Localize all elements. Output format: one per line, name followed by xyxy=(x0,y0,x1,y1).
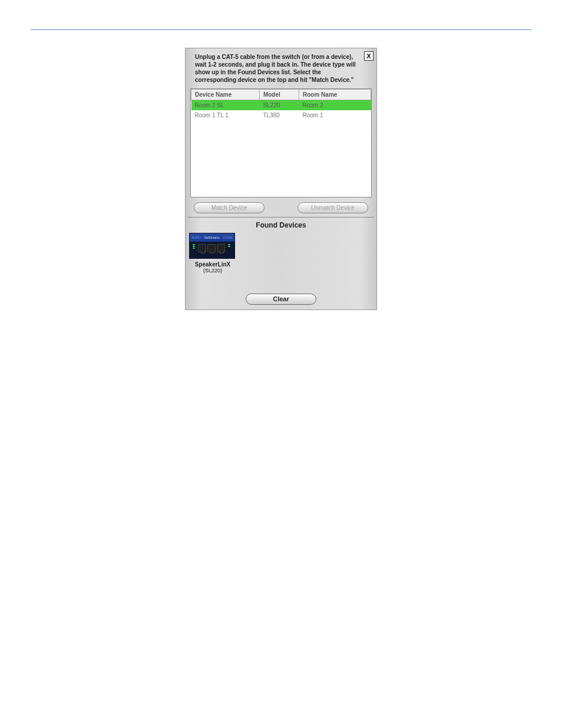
cell-model: SL220 xyxy=(259,100,299,111)
found-devices-title: Found Devices xyxy=(186,218,376,232)
ethernet-port-icon xyxy=(207,244,216,252)
col-room-name[interactable]: Room Name xyxy=(299,90,371,100)
table-row[interactable]: Room 1 TL 1 TL380 Room 1 xyxy=(191,110,371,120)
found-device-tile[interactable]: AUDIO NetStreams LOCAL xyxy=(189,233,236,274)
status-led-icon xyxy=(193,246,195,247)
ethernet-port-icon xyxy=(217,244,225,252)
clear-button-row: Clear xyxy=(186,291,376,309)
col-device-name[interactable]: Device Name xyxy=(191,90,260,100)
cell-model: TL380 xyxy=(259,110,299,120)
table-empty-space xyxy=(191,120,371,197)
found-device-model: (SL220) xyxy=(189,268,236,274)
clear-button[interactable]: Clear xyxy=(246,294,316,305)
brand-label: NetStreams xyxy=(204,236,220,239)
ethernet-port-icon xyxy=(198,244,206,252)
found-device-name: SpeakerLinX xyxy=(189,261,236,268)
cell-room-name: Room 2 xyxy=(299,100,371,111)
table-row[interactable]: Room 2 SL SL220 Room 2 xyxy=(191,100,371,111)
close-button[interactable]: X xyxy=(364,51,373,61)
table-header-row: Device Name Model Room Name xyxy=(191,90,371,100)
status-led-icon xyxy=(193,248,195,249)
col-model[interactable]: Model xyxy=(259,90,299,100)
match-device-dialog: X Unplug a CAT-5 cable from the switch (… xyxy=(185,48,377,310)
cell-device-name: Room 1 TL 1 xyxy=(191,110,260,120)
match-device-button[interactable]: Match Device xyxy=(194,202,265,213)
cell-room-name: Room 1 xyxy=(299,110,371,120)
status-led-icon xyxy=(193,244,195,245)
page-top-rule xyxy=(31,29,531,30)
instruction-text: Unplug a CAT-5 cable from the switch (or… xyxy=(186,48,376,88)
device-hardware-icon: AUDIO NetStreams LOCAL xyxy=(189,233,235,259)
status-led-icon xyxy=(228,246,230,247)
found-devices-area: AUDIO NetStreams LOCAL xyxy=(186,232,376,291)
cell-device-name: Room 2 SL xyxy=(191,100,260,111)
device-table: Device Name Model Room Name Room 2 SL SL… xyxy=(190,88,372,197)
port-label: LOCAL xyxy=(223,236,233,239)
port-label: AUDIO xyxy=(191,236,201,239)
unmatch-device-button[interactable]: Unmatch Device xyxy=(297,202,368,213)
match-button-row: Match Device Unmatch Device xyxy=(186,197,376,217)
status-led-icon xyxy=(228,244,230,245)
